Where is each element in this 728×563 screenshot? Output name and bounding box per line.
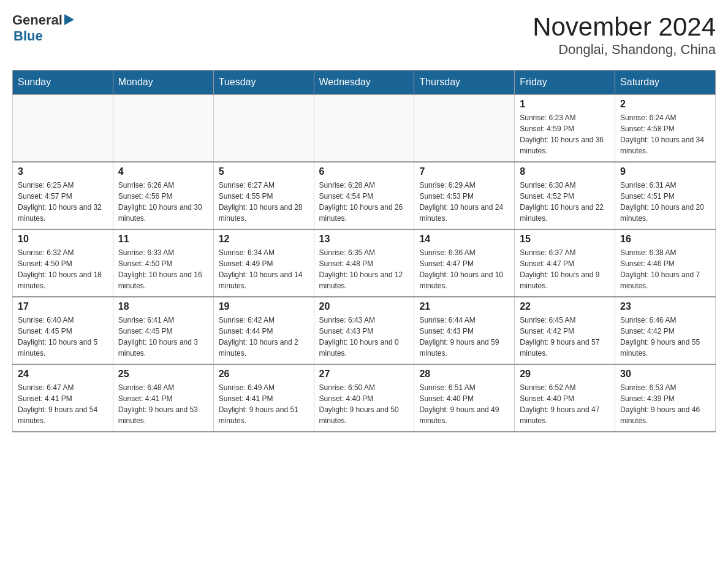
calendar-day-cell: 9Sunrise: 6:31 AM Sunset: 4:51 PM Daylig… — [615, 162, 716, 229]
day-number: 19 — [219, 301, 309, 312]
day-info: Sunrise: 6:53 AM Sunset: 4:39 PM Dayligh… — [620, 382, 710, 426]
logo-general-text: General — [12, 12, 63, 28]
calendar-week-row: 3Sunrise: 6:25 AM Sunset: 4:57 PM Daylig… — [13, 162, 716, 229]
day-number: 21 — [419, 301, 509, 312]
logo: General Blue — [12, 12, 74, 44]
calendar-day-cell — [113, 94, 213, 162]
day-info: Sunrise: 6:50 AM Sunset: 4:40 PM Dayligh… — [319, 382, 409, 426]
calendar-day-cell — [314, 94, 414, 162]
day-info: Sunrise: 6:37 AM Sunset: 4:47 PM Dayligh… — [520, 247, 610, 291]
calendar-day-cell: 23Sunrise: 6:46 AM Sunset: 4:42 PM Dayli… — [615, 297, 716, 364]
weekday-header-monday: Monday — [113, 71, 213, 95]
day-info: Sunrise: 6:23 AM Sunset: 4:59 PM Dayligh… — [520, 112, 610, 156]
day-info: Sunrise: 6:34 AM Sunset: 4:49 PM Dayligh… — [219, 247, 309, 291]
day-info: Sunrise: 6:31 AM Sunset: 4:51 PM Dayligh… — [620, 180, 710, 224]
calendar-day-cell: 6Sunrise: 6:28 AM Sunset: 4:54 PM Daylig… — [314, 162, 414, 229]
day-number: 25 — [118, 369, 208, 380]
calendar-day-cell: 3Sunrise: 6:25 AM Sunset: 4:57 PM Daylig… — [13, 162, 113, 229]
day-info: Sunrise: 6:24 AM Sunset: 4:58 PM Dayligh… — [620, 112, 710, 156]
calendar-day-cell: 28Sunrise: 6:51 AM Sunset: 4:40 PM Dayli… — [414, 364, 515, 432]
day-number: 5 — [219, 166, 309, 177]
day-info: Sunrise: 6:48 AM Sunset: 4:41 PM Dayligh… — [118, 382, 208, 426]
day-info: Sunrise: 6:40 AM Sunset: 4:45 PM Dayligh… — [18, 315, 108, 359]
day-number: 16 — [620, 234, 710, 245]
logo-triangle-icon — [64, 14, 74, 25]
day-number: 12 — [219, 234, 309, 245]
day-number: 6 — [319, 166, 409, 177]
calendar-title: November 2024 — [533, 12, 716, 42]
day-info: Sunrise: 6:47 AM Sunset: 4:41 PM Dayligh… — [18, 382, 108, 426]
day-number: 17 — [18, 301, 108, 312]
day-info: Sunrise: 6:33 AM Sunset: 4:50 PM Dayligh… — [118, 247, 208, 291]
day-info: Sunrise: 6:51 AM Sunset: 4:40 PM Dayligh… — [419, 382, 509, 426]
calendar-day-cell: 10Sunrise: 6:32 AM Sunset: 4:50 PM Dayli… — [13, 229, 113, 297]
day-info: Sunrise: 6:28 AM Sunset: 4:54 PM Dayligh… — [319, 180, 409, 224]
day-number: 15 — [520, 234, 610, 245]
day-number: 9 — [620, 166, 710, 177]
day-number: 29 — [520, 369, 610, 380]
day-number: 23 — [620, 301, 710, 312]
calendar-day-cell — [13, 94, 113, 162]
calendar-day-cell: 25Sunrise: 6:48 AM Sunset: 4:41 PM Dayli… — [113, 364, 213, 432]
calendar-day-cell: 22Sunrise: 6:45 AM Sunset: 4:42 PM Dayli… — [515, 297, 615, 364]
calendar-week-row: 1Sunrise: 6:23 AM Sunset: 4:59 PM Daylig… — [13, 94, 716, 162]
day-number: 4 — [118, 166, 208, 177]
calendar-table: SundayMondayTuesdayWednesdayThursdayFrid… — [12, 70, 716, 432]
day-number: 7 — [419, 166, 509, 177]
title-block: November 2024 Donglai, Shandong, China — [533, 12, 716, 58]
calendar-day-cell: 7Sunrise: 6:29 AM Sunset: 4:53 PM Daylig… — [414, 162, 515, 229]
day-info: Sunrise: 6:42 AM Sunset: 4:44 PM Dayligh… — [219, 315, 309, 359]
day-info: Sunrise: 6:38 AM Sunset: 4:46 PM Dayligh… — [620, 247, 710, 291]
calendar-day-cell: 11Sunrise: 6:33 AM Sunset: 4:50 PM Dayli… — [113, 229, 213, 297]
day-info: Sunrise: 6:45 AM Sunset: 4:42 PM Dayligh… — [520, 315, 610, 359]
day-number: 8 — [520, 166, 610, 177]
calendar-day-cell: 15Sunrise: 6:37 AM Sunset: 4:47 PM Dayli… — [515, 229, 615, 297]
day-info: Sunrise: 6:26 AM Sunset: 4:56 PM Dayligh… — [118, 180, 208, 224]
day-number: 27 — [319, 369, 409, 380]
calendar-day-cell: 24Sunrise: 6:47 AM Sunset: 4:41 PM Dayli… — [13, 364, 113, 432]
day-info: Sunrise: 6:49 AM Sunset: 4:41 PM Dayligh… — [219, 382, 309, 426]
calendar-day-cell: 21Sunrise: 6:44 AM Sunset: 4:43 PM Dayli… — [414, 297, 515, 364]
day-info: Sunrise: 6:29 AM Sunset: 4:53 PM Dayligh… — [419, 180, 509, 224]
calendar-day-cell: 4Sunrise: 6:26 AM Sunset: 4:56 PM Daylig… — [113, 162, 213, 229]
weekday-header-saturday: Saturday — [615, 71, 716, 95]
day-info: Sunrise: 6:52 AM Sunset: 4:40 PM Dayligh… — [520, 382, 610, 426]
weekday-header-row: SundayMondayTuesdayWednesdayThursdayFrid… — [13, 71, 716, 95]
calendar-day-cell: 30Sunrise: 6:53 AM Sunset: 4:39 PM Dayli… — [615, 364, 716, 432]
day-number: 28 — [419, 369, 509, 380]
day-number: 11 — [118, 234, 208, 245]
day-info: Sunrise: 6:27 AM Sunset: 4:55 PM Dayligh… — [219, 180, 309, 224]
calendar-day-cell: 2Sunrise: 6:24 AM Sunset: 4:58 PM Daylig… — [615, 94, 716, 162]
calendar-week-row: 24Sunrise: 6:47 AM Sunset: 4:41 PM Dayli… — [13, 364, 716, 432]
day-info: Sunrise: 6:36 AM Sunset: 4:47 PM Dayligh… — [419, 247, 509, 291]
weekday-header-sunday: Sunday — [13, 71, 113, 95]
day-info: Sunrise: 6:46 AM Sunset: 4:42 PM Dayligh… — [620, 315, 710, 359]
calendar-day-cell: 29Sunrise: 6:52 AM Sunset: 4:40 PM Dayli… — [515, 364, 615, 432]
calendar-day-cell: 5Sunrise: 6:27 AM Sunset: 4:55 PM Daylig… — [213, 162, 314, 229]
day-number: 24 — [18, 369, 108, 380]
calendar-day-cell — [414, 94, 515, 162]
calendar-day-cell: 17Sunrise: 6:40 AM Sunset: 4:45 PM Dayli… — [13, 297, 113, 364]
day-number: 3 — [18, 166, 108, 177]
calendar-day-cell: 1Sunrise: 6:23 AM Sunset: 4:59 PM Daylig… — [515, 94, 615, 162]
day-number: 22 — [520, 301, 610, 312]
weekday-header-friday: Friday — [515, 71, 615, 95]
weekday-header-wednesday: Wednesday — [314, 71, 414, 95]
day-number: 2 — [620, 99, 710, 110]
day-info: Sunrise: 6:44 AM Sunset: 4:43 PM Dayligh… — [419, 315, 509, 359]
weekday-header-thursday: Thursday — [414, 71, 515, 95]
calendar-day-cell: 20Sunrise: 6:43 AM Sunset: 4:43 PM Dayli… — [314, 297, 414, 364]
calendar-day-cell: 26Sunrise: 6:49 AM Sunset: 4:41 PM Dayli… — [213, 364, 314, 432]
day-number: 1 — [520, 99, 610, 110]
calendar-week-row: 10Sunrise: 6:32 AM Sunset: 4:50 PM Dayli… — [13, 229, 716, 297]
day-info: Sunrise: 6:43 AM Sunset: 4:43 PM Dayligh… — [319, 315, 409, 359]
day-number: 20 — [319, 301, 409, 312]
calendar-day-cell: 19Sunrise: 6:42 AM Sunset: 4:44 PM Dayli… — [213, 297, 314, 364]
day-number: 10 — [18, 234, 108, 245]
day-info: Sunrise: 6:30 AM Sunset: 4:52 PM Dayligh… — [520, 180, 610, 224]
calendar-day-cell: 8Sunrise: 6:30 AM Sunset: 4:52 PM Daylig… — [515, 162, 615, 229]
calendar-day-cell: 14Sunrise: 6:36 AM Sunset: 4:47 PM Dayli… — [414, 229, 515, 297]
day-number: 26 — [219, 369, 309, 380]
day-info: Sunrise: 6:41 AM Sunset: 4:45 PM Dayligh… — [118, 315, 208, 359]
day-info: Sunrise: 6:25 AM Sunset: 4:57 PM Dayligh… — [18, 180, 108, 224]
